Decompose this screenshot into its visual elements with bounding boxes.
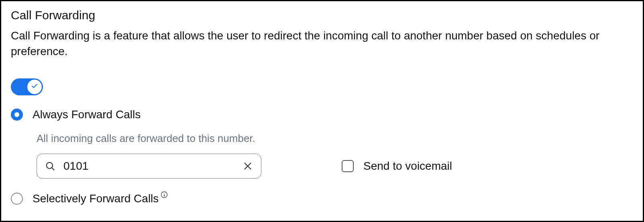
svg-point-6 [164, 193, 165, 194]
radio-always-forward-label: Always Forward Calls [33, 108, 141, 121]
toggle-knob [27, 80, 42, 94]
always-forward-subblock: All incoming calls are forwarded to this… [11, 132, 633, 179]
radio-always-forward[interactable] [11, 109, 23, 121]
panel-description: Call Forwarding is a feature that allows… [11, 28, 633, 59]
radio-selectively-forward[interactable] [11, 193, 23, 205]
option-selectively-forward: Selectively Forward Calls [11, 192, 633, 205]
forward-number-hint: All incoming calls are forwarded to this… [37, 132, 633, 145]
search-icon[interactable] [45, 161, 55, 171]
enable-toggle[interactable] [11, 78, 43, 95]
radio-selectively-forward-label: Selectively Forward Calls [33, 192, 159, 205]
clear-input-button[interactable] [243, 161, 253, 171]
send-to-voicemail-checkbox[interactable] [342, 160, 354, 172]
info-icon[interactable] [160, 191, 168, 199]
voicemail-group: Send to voicemail [342, 160, 452, 173]
send-to-voicemail-label: Send to voicemail [363, 160, 452, 173]
checkmark-icon [31, 82, 38, 91]
option-always-forward: Always Forward Calls [11, 108, 633, 121]
panel-title: Call Forwarding [11, 8, 633, 22]
svg-line-1 [52, 168, 54, 170]
call-forwarding-panel: Call Forwarding Call Forwarding is a fea… [0, 0, 644, 222]
forward-number-field [37, 154, 261, 179]
forward-number-input[interactable] [63, 160, 234, 173]
